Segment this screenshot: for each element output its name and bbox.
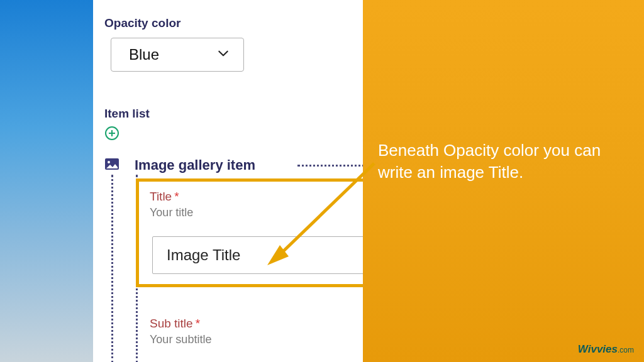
brand-name: Wivvies xyxy=(578,343,618,355)
tree-vline-outer xyxy=(111,175,113,362)
title-label-text: Title xyxy=(150,190,172,203)
slide-root: Opacity color Blue Item list xyxy=(0,0,644,362)
gallery-item-row: Image gallery item xyxy=(104,157,255,173)
title-help-text: Your title xyxy=(150,206,193,219)
gallery-item-heading: Image gallery item xyxy=(135,157,255,173)
title-field-label: Title* xyxy=(150,190,179,204)
add-item-button[interactable] xyxy=(104,126,119,141)
brand-watermark: Wivvies.com xyxy=(578,343,634,356)
subtitle-field-label: Sub title* xyxy=(150,317,200,331)
svg-point-4 xyxy=(108,161,110,163)
tree-connector-dashes xyxy=(297,165,365,167)
image-icon xyxy=(104,158,135,173)
chevron-down-icon xyxy=(217,47,230,62)
form-panel: Opacity color Blue Item list xyxy=(93,0,365,362)
item-list-label: Item list xyxy=(104,107,150,121)
title-input[interactable] xyxy=(152,236,365,274)
subtitle-help-text: Your subtitle xyxy=(150,333,211,346)
annotation-text: Beneath Opacity color you can write an i… xyxy=(378,140,630,184)
subtitle-label-text: Sub title xyxy=(150,317,193,330)
required-asterisk: * xyxy=(174,190,179,203)
opacity-color-value: Blue xyxy=(129,46,159,63)
required-asterisk: * xyxy=(196,317,200,330)
opacity-color-dropdown[interactable]: Blue xyxy=(111,38,244,72)
brand-suffix: .com xyxy=(618,346,634,354)
opacity-color-label: Opacity color xyxy=(104,16,180,30)
tree-vline-inner xyxy=(136,175,138,362)
